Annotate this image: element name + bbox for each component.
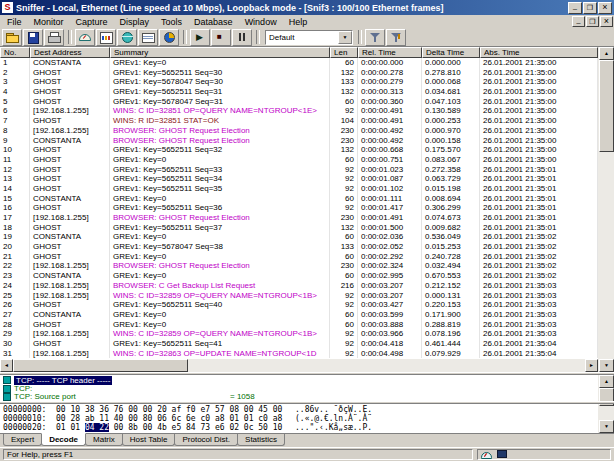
profile-select[interactable]: Default [265, 30, 353, 45]
column-header-len[interactable]: Len [330, 47, 358, 58]
frame-row[interactable]: 1CONSTANTAGREv1: Key=0600:00:00.0000.000… [0, 58, 598, 68]
frame-row[interactable]: 22[192.168.1.255]BROWSER: GHOST Request … [0, 261, 598, 271]
close-button[interactable] [598, 2, 612, 14]
frame-row[interactable]: 14GHOSTGREv1: Key=5652511 Seq=35920:00:0… [0, 184, 598, 194]
dest-address: GHOST [30, 174, 110, 184]
delta-time: 0.063.729 [422, 174, 480, 184]
menu-monitor[interactable]: Monitor [28, 17, 70, 27]
frame-row[interactable]: 10GHOSTGREv1: Key=5652511 Seq=321320:00:… [0, 145, 598, 155]
tab-protocol-dist[interactable]: Protocol Dist. [174, 434, 238, 446]
menu-window[interactable]: Window [239, 17, 283, 27]
frame-row[interactable]: 25[192.168.1.255]WINS: C ID=32859 OP=QUE… [0, 291, 598, 301]
lower-scroll-down-icon[interactable]: ▼ [599, 420, 614, 433]
frame-row[interactable]: 5GHOSTGREv1: Key=5678047 Seq=31600:00:00… [0, 97, 598, 107]
hex-line[interactable]: 00000000: 00 10 38 36 76 00 00 20 af f0 … [3, 405, 598, 414]
frame-row[interactable]: 27CONSTANTAGREv1: Key=0600:00:03.5990.17… [0, 310, 598, 320]
mdi-minimize-button[interactable] [572, 16, 585, 27]
frame-row[interactable]: 19CONSTANTAGREv1: Key=0600:00:02.0360.53… [0, 232, 598, 242]
frame-row[interactable]: 21GHOSTGREv1: Key=0600:00:02.2920.240.72… [0, 252, 598, 262]
summary: GREv1: Key=5652511 Seq=33 [110, 165, 330, 175]
capture-pause-button[interactable] [232, 29, 252, 46]
abs-time: 26.01.2001 21:35:00 [480, 58, 598, 68]
frame-row[interactable]: 18GHOSTGREv1: Key=5652511 Seq=371320:00:… [0, 223, 598, 233]
menu-file[interactable]: File [1, 17, 28, 27]
column-header-dest-address[interactable]: Dest Address [30, 47, 110, 58]
vscroll-thumb[interactable] [599, 60, 614, 152]
open-button[interactable] [2, 29, 22, 46]
rel-time: 0:00:03.888 [358, 320, 422, 330]
globe-button[interactable] [117, 29, 137, 46]
host-table-button[interactable] [138, 29, 158, 46]
frame-row[interactable]: 11GHOSTGREv1: Key=0600:00:00.7510.083.06… [0, 155, 598, 165]
decode-line[interactable]: TCP: ----- TCP header ----- [0, 376, 598, 384]
filter-edit-button[interactable] [386, 29, 406, 46]
bar-chart-button[interactable] [96, 29, 116, 46]
capture-stop-button[interactable] [211, 29, 231, 46]
minimize-button[interactable] [568, 2, 582, 14]
chevron-down-icon[interactable] [338, 31, 352, 44]
frame-row[interactable]: 7GHOSTWINS: R ID=32851 STAT=OK1040:00:00… [0, 116, 598, 126]
hex-line[interactable]: 00000020: 01 01 04 22 00 8b 00 4b e5 84 … [3, 423, 598, 432]
menu-capture[interactable]: Capture [70, 17, 114, 27]
dashboard-button[interactable] [75, 29, 95, 46]
scroll-right-icon[interactable]: ► [585, 359, 598, 372]
menu-help[interactable]: Help [283, 17, 314, 27]
dest-address: [192.168.1.255] [30, 126, 110, 136]
frame-row[interactable]: 12GHOSTGREv1: Key=5652511 Seq=33920:00:0… [0, 165, 598, 175]
frame-no: 29 [0, 329, 30, 339]
frame-row[interactable]: 4GHOSTGREv1: Key=5652511 Seq=311320:00:0… [0, 87, 598, 97]
tab-statistics[interactable]: Statistics [237, 434, 285, 446]
summary: BROWSER: GHOST Request Election [110, 261, 330, 271]
column-header-abs-time[interactable]: Abs. Time [480, 47, 598, 58]
tab-decode[interactable]: Decode [41, 433, 86, 446]
frame-row[interactable]: 28GHOSTGREv1: Key=0600:00:03.8880.288.81… [0, 320, 598, 330]
frame-row[interactable]: 9CONSTANTABROWSER: GHOST Request Electio… [0, 136, 598, 146]
hscroll-thumb[interactable] [13, 359, 188, 372]
tab-expert[interactable]: Expert [3, 434, 42, 446]
column-header-delta-time[interactable]: Delta Time [422, 47, 480, 58]
frame-row[interactable]: 20GHOSTGREv1: Key=5678047 Seq=381330:00:… [0, 242, 598, 252]
summary-pane: No.Dest AddressSummaryLenRel. TimeDelta … [0, 47, 614, 372]
save-button[interactable] [23, 29, 43, 46]
protocol-pie-button[interactable] [159, 29, 179, 46]
menu-display[interactable]: Display [114, 17, 156, 27]
maximize-button[interactable] [583, 2, 597, 14]
lower-vertical-scrollbar[interactable]: ▲ ▼ [598, 375, 614, 433]
column-header-no[interactable]: No. [0, 47, 30, 58]
frame-row[interactable]: 31[192.168.1.255]WINS: C ID=32863 OP=UPD… [0, 349, 598, 359]
decode-line[interactable]: TCP: [0, 384, 598, 392]
lower-scroll-up-icon[interactable]: ▲ [599, 375, 614, 388]
frame-row[interactable]: 24[192.168.1.255]BROWSER: C Get Backup L… [0, 281, 598, 291]
mdi-close-button[interactable] [600, 16, 613, 27]
status-help-text: For Help, press F1 [7, 450, 73, 459]
decode-line[interactable]: TCP: Source port= 1058 [0, 393, 598, 401]
column-header-rel-time[interactable]: Rel. Time [358, 47, 422, 58]
filter-button[interactable] [365, 29, 385, 46]
horizontal-scrollbar[interactable]: ◄ ► [0, 359, 598, 372]
vertical-scrollbar[interactable]: ▲ ▼ [598, 47, 614, 372]
frame-row[interactable]: 26GHOSTGREv1: Key=5652511 Seq=40920:00:0… [0, 300, 598, 310]
tab-host-table[interactable]: Host Table [122, 434, 176, 446]
capture-start-button[interactable] [190, 29, 210, 46]
tab-matrix[interactable]: Matrix [85, 434, 123, 446]
mdi-restore-button[interactable] [586, 16, 599, 27]
frame-row[interactable]: 16GHOSTGREv1: Key=5652511 Seq=36920:00:0… [0, 203, 598, 213]
scroll-up-icon[interactable]: ▲ [599, 47, 614, 60]
frame-row[interactable]: 8[192.168.1.255]BROWSER: GHOST Request E… [0, 126, 598, 136]
frame-row[interactable]: 15CONSTANTAGREv1: Key=0600:00:01.1110.00… [0, 194, 598, 204]
frame-row[interactable]: 3GHOSTGREv1: Key=5678047 Seq=301330:00:0… [0, 77, 598, 87]
column-header-summary[interactable]: Summary [110, 47, 330, 58]
print-button[interactable] [44, 29, 64, 46]
scroll-left-icon[interactable]: ◄ [0, 359, 13, 372]
frame-row[interactable]: 17[192.168.1.255]BROWSER: GHOST Request … [0, 213, 598, 223]
menu-tools[interactable]: Tools [155, 17, 188, 27]
frame-row[interactable]: 23CONSTANTAGREv1: Key=0600:00:02.9950.67… [0, 271, 598, 281]
frame-row[interactable]: 29[192.168.1.255]WINS: C ID=32859 OP=QUE… [0, 329, 598, 339]
frame-row[interactable]: 2GHOSTGREv1: Key=5652511 Seq=301320:00:0… [0, 68, 598, 78]
frame-row[interactable]: 13GHOSTGREv1: Key=5652511 Seq=34920:00:0… [0, 174, 598, 184]
frame-row[interactable]: 30GHOSTGREv1: Key=5652511 Seq=41920:00:0… [0, 339, 598, 349]
menu-database[interactable]: Database [188, 17, 239, 27]
len: 92 [330, 106, 358, 116]
scroll-down-icon[interactable]: ▼ [599, 359, 614, 372]
frame-row[interactable]: 6[192.168.1.255]WINS: C ID=32851 OP=QUER… [0, 106, 598, 116]
